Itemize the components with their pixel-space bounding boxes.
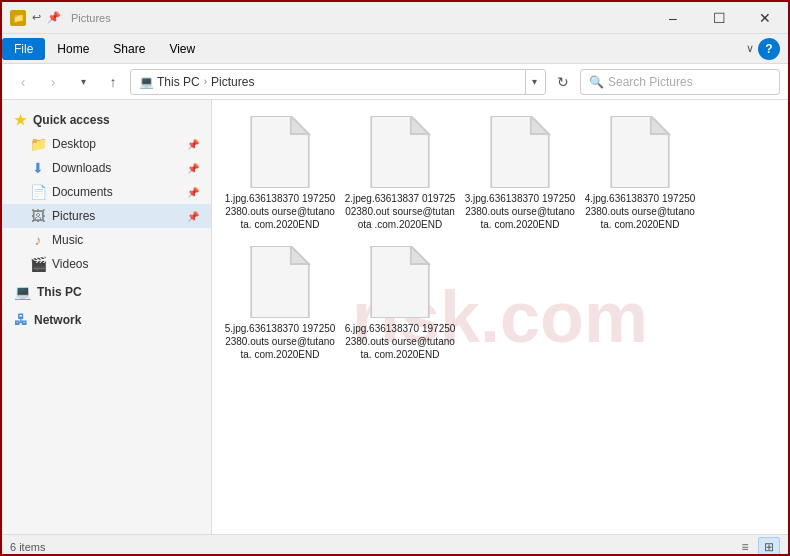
svg-marker-9 <box>291 246 309 264</box>
sidebar: ★ Quick access 📁 Desktop 📌 ⬇ Downloads 📌… <box>2 100 212 534</box>
status-bar: 6 items ≡ ⊞ <box>2 534 788 556</box>
documents-icon: 📄 <box>30 184 46 200</box>
path-dropdown[interactable]: ▾ <box>525 70 537 94</box>
thispc-section[interactable]: 💻 This PC <box>2 280 211 304</box>
menu-view[interactable]: View <box>157 38 207 60</box>
file-item-6[interactable]: 6.jpg.636138370 1972502380.outs ourse@tu… <box>340 238 460 368</box>
star-icon: ★ <box>14 112 27 128</box>
file-item-2[interactable]: 2.jpeg.63613837 01972502380.out sourse@t… <box>340 108 460 238</box>
file-item-5[interactable]: 5.jpg.636138370 1972502380.outs ourse@tu… <box>220 238 340 368</box>
file-name-2: 2.jpeg.63613837 01972502380.out sourse@t… <box>344 192 456 231</box>
menu-bar-right: ∨ ? <box>746 38 788 60</box>
minimize-button[interactable]: – <box>650 2 696 34</box>
file-icon-5 <box>248 246 312 318</box>
pin-icon-documents: 📌 <box>187 187 199 198</box>
path-thispc: 💻 This PC <box>139 75 200 89</box>
pin-icon-pictures: 📌 <box>187 211 199 222</box>
file-name-5: 5.jpg.636138370 1972502380.outs ourse@tu… <box>224 322 336 361</box>
file-name-1: 1.jpg.636138370 1972502380.outs ourse@tu… <box>224 192 336 231</box>
app-icon: 📁 <box>10 10 26 26</box>
file-icon-4 <box>608 116 672 188</box>
file-item-1[interactable]: 1.jpg.636138370 1972502380.outs ourse@tu… <box>220 108 340 238</box>
file-item-4[interactable]: 4.jpg.636138370 1972502380.outs ourse@tu… <box>580 108 700 238</box>
sidebar-item-desktop-label: Desktop <box>52 137 96 151</box>
file-icon-1 <box>248 116 312 188</box>
recent-button[interactable]: ▾ <box>70 69 96 95</box>
grid-view-button[interactable]: ⊞ <box>758 537 780 557</box>
title-bar-left: 📁 ↩ 📌 Pictures <box>10 10 111 26</box>
up-button[interactable]: ↑ <box>100 69 126 95</box>
content-area: risk.com 1.jpg.636138370 1972502380.outs… <box>212 100 788 534</box>
file-icon-3 <box>488 116 552 188</box>
path-sep-1: › <box>204 76 207 87</box>
menu-share[interactable]: Share <box>101 38 157 60</box>
forward-button[interactable]: › <box>40 69 66 95</box>
refresh-button[interactable]: ↻ <box>550 69 576 95</box>
file-item-3[interactable]: 3.jpg.636138370 1972502380.outs ourse@tu… <box>460 108 580 238</box>
svg-marker-11 <box>411 246 429 264</box>
path-pictures-label: Pictures <box>211 75 254 89</box>
menu-file[interactable]: File <box>2 38 45 60</box>
maximize-button[interactable]: ☐ <box>696 2 742 34</box>
title-label: Pictures <box>71 12 111 24</box>
pictures-icon: 🖼 <box>30 208 46 224</box>
network-label: Network <box>34 313 81 327</box>
file-name-6: 6.jpg.636138370 1972502380.outs ourse@tu… <box>344 322 456 361</box>
item-count: 6 items <box>10 541 45 553</box>
pin-icon-desktop: 📌 <box>187 139 199 150</box>
sidebar-item-documents[interactable]: 📄 Documents 📌 <box>2 180 211 204</box>
main-area: ★ Quick access 📁 Desktop 📌 ⬇ Downloads 📌… <box>2 100 788 534</box>
svg-marker-7 <box>651 116 669 134</box>
title-bar-controls: – ☐ ✕ <box>650 2 788 34</box>
svg-marker-5 <box>531 116 549 134</box>
help-button[interactable]: ? <box>758 38 780 60</box>
sidebar-item-desktop[interactable]: 📁 Desktop 📌 <box>2 132 211 156</box>
search-icon: 🔍 <box>589 75 604 89</box>
videos-icon: 🎬 <box>30 256 46 272</box>
sidebar-item-pictures[interactable]: 🖼 Pictures 📌 <box>2 204 211 228</box>
downloads-icon: ⬇ <box>30 160 46 176</box>
network-icon: 🖧 <box>14 312 28 328</box>
sidebar-item-music[interactable]: ♪ Music <box>2 228 211 252</box>
desktop-folder-icon: 📁 <box>30 136 46 152</box>
menu-bar: File Home Share View ∨ ? <box>2 34 788 64</box>
address-bar: ‹ › ▾ ↑ 💻 This PC › Pictures ▾ ↻ 🔍 Searc… <box>2 64 788 100</box>
quick-access-label: Quick access <box>33 113 110 127</box>
address-path[interactable]: 💻 This PC › Pictures ▾ <box>130 69 546 95</box>
thispc-icon: 💻 <box>139 75 154 89</box>
pin-icon-downloads: 📌 <box>187 163 199 174</box>
back-button[interactable]: ‹ <box>10 69 36 95</box>
svg-marker-3 <box>411 116 429 134</box>
file-icon-6 <box>368 246 432 318</box>
quick-access-section[interactable]: ★ Quick access <box>2 108 211 132</box>
thispc-label: This PC <box>37 285 82 299</box>
sidebar-item-downloads[interactable]: ⬇ Downloads 📌 <box>2 156 211 180</box>
file-name-4: 4.jpg.636138370 1972502380.outs ourse@tu… <box>584 192 696 231</box>
path-thispc-label: This PC <box>157 75 200 89</box>
sidebar-item-downloads-label: Downloads <box>52 161 111 175</box>
thispc-sidebar-icon: 💻 <box>14 284 31 300</box>
sidebar-item-documents-label: Documents <box>52 185 113 199</box>
pin-btn[interactable]: 📌 <box>47 11 61 24</box>
list-view-button[interactable]: ≡ <box>734 537 756 557</box>
view-controls: ≡ ⊞ <box>734 537 780 557</box>
search-placeholder: Search Pictures <box>608 75 693 89</box>
sidebar-item-videos-label: Videos <box>52 257 88 271</box>
svg-marker-1 <box>291 116 309 134</box>
search-box[interactable]: 🔍 Search Pictures <box>580 69 780 95</box>
network-section[interactable]: 🖧 Network <box>2 308 211 332</box>
sidebar-item-videos[interactable]: 🎬 Videos <box>2 252 211 276</box>
music-icon: ♪ <box>30 232 46 248</box>
menu-home[interactable]: Home <box>45 38 101 60</box>
sidebar-item-pictures-label: Pictures <box>52 209 95 223</box>
file-name-3: 3.jpg.636138370 1972502380.outs ourse@tu… <box>464 192 576 231</box>
title-bar: 📁 ↩ 📌 Pictures – ☐ ✕ <box>2 2 788 34</box>
sidebar-item-music-label: Music <box>52 233 83 247</box>
undo-btn[interactable]: ↩ <box>32 11 41 24</box>
file-icon-2 <box>368 116 432 188</box>
menu-chevron-icon[interactable]: ∨ <box>746 42 754 55</box>
close-button[interactable]: ✕ <box>742 2 788 34</box>
